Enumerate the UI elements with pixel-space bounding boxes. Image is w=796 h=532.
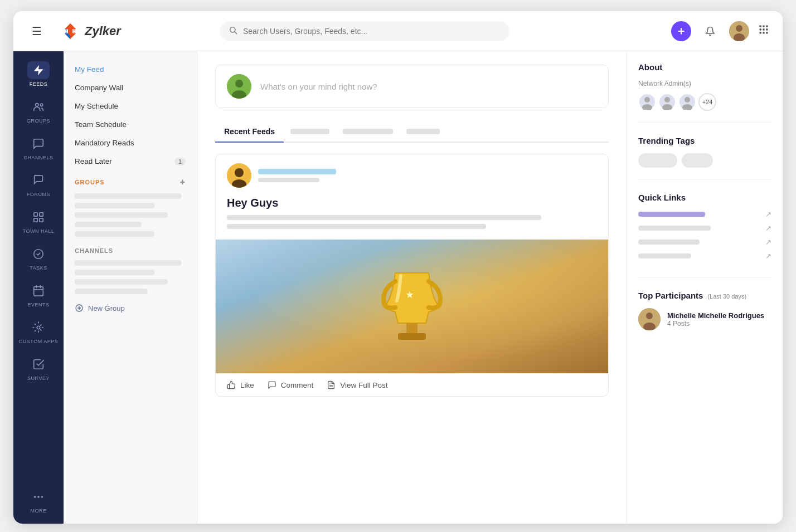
svg-rect-18 [759, 32, 761, 33]
about-title: About [638, 62, 771, 72]
post-composer[interactable]: What's on your mind right now? [215, 65, 609, 108]
quick-link-arrow-2[interactable]: ↗ [765, 224, 771, 232]
nav-item-forums[interactable]: FORUMS [13, 166, 64, 203]
tab-recent-feeds[interactable]: Recent Feeds [215, 121, 284, 143]
participant-avatar [638, 308, 661, 330]
nav-item-channels[interactable]: CHANNELS [13, 129, 64, 166]
admin-extra-count[interactable]: +24 [698, 93, 716, 111]
read-later-badge: 1 [174, 158, 186, 165]
sidebar-item-mandatory-reads[interactable]: Mandatory Reads [64, 134, 197, 152]
sidebar-item-read-later[interactable]: Read Later 1 [64, 152, 197, 170]
channel-item-placeholder-3 [75, 279, 168, 285]
group-item-placeholder-5 [75, 231, 154, 237]
trending-tag-1[interactable] [638, 153, 677, 168]
grid-menu-button[interactable] [758, 24, 769, 38]
post-author-avatar [227, 163, 251, 188]
quick-link-bar-3 [638, 240, 700, 245]
nav-item-survey[interactable]: SURVEY [13, 350, 64, 387]
svg-text:★: ★ [405, 289, 414, 300]
nav-item-townhall[interactable]: TOWN HALL [13, 203, 64, 240]
svg-point-51 [644, 97, 650, 103]
new-group-button[interactable]: New Group [64, 298, 197, 318]
svg-point-35 [37, 496, 40, 498]
svg-point-22 [36, 104, 39, 107]
post-image: ★ [216, 240, 608, 373]
sidebar-item-my-feed[interactable]: My Feed [64, 60, 197, 79]
svg-point-34 [34, 496, 36, 498]
participant-info: Michelle Michelle Rodrigues 4 Posts [667, 311, 764, 328]
svg-rect-16 [763, 28, 764, 30]
comment-button[interactable]: Comment [268, 380, 314, 389]
composer-avatar [227, 74, 251, 99]
groups-section-header: GROUPS + [64, 170, 197, 189]
right-sidebar: About Network Admin(s) +24 Tr [627, 51, 783, 524]
about-section: About Network Admin(s) +24 [638, 62, 771, 123]
quick-link-arrow-3[interactable]: ↗ [765, 238, 771, 246]
tab-placeholder-3 [406, 129, 440, 134]
svg-rect-20 [766, 32, 768, 33]
hamburger-button[interactable]: ☰ [27, 21, 47, 41]
nav-item-feeds[interactable]: FEEDS [13, 56, 64, 92]
participant-name: Michelle Michelle Rodrigues [667, 311, 764, 320]
nav-item-events[interactable]: EVENTS [13, 276, 64, 313]
group-item-placeholder-3 [75, 212, 168, 218]
svg-rect-25 [40, 213, 43, 216]
search-input[interactable] [243, 27, 501, 36]
admin-avatars-container: +24 [638, 93, 771, 111]
svg-point-53 [664, 97, 670, 103]
notifications-button[interactable] [700, 21, 720, 41]
svg-marker-3 [72, 29, 76, 33]
admin-avatar-1[interactable] [638, 93, 656, 111]
svg-rect-27 [40, 218, 43, 222]
nav-item-tasks[interactable]: TASKS [13, 240, 64, 276]
admin-avatar-3[interactable] [678, 93, 696, 111]
view-full-post-button[interactable]: View Full Post [327, 380, 387, 389]
svg-point-33 [37, 326, 40, 329]
svg-rect-29 [34, 287, 43, 296]
post-text-1 [227, 215, 541, 220]
svg-point-56 [682, 104, 692, 110]
zylker-logo-icon [60, 21, 80, 41]
trending-tags-title: Trending Tags [638, 136, 771, 145]
trending-tags-list [638, 153, 771, 168]
svg-rect-15 [759, 28, 761, 30]
top-participants-period: (Last 30 days) [707, 293, 746, 300]
top-participants-header: Top Participants (Last 30 days) [638, 291, 771, 300]
svg-point-41 [235, 80, 243, 87]
participant-posts: 4 Posts [667, 320, 764, 328]
svg-point-54 [662, 104, 672, 110]
like-button[interactable]: Like [227, 380, 254, 389]
icon-nav: FEEDS GROUPS CHANNELS FORUMS [13, 51, 64, 524]
nav-item-custom-apps[interactable]: CUSTOM APPS [13, 313, 64, 350]
app-window: ☰ Zylker [13, 11, 783, 524]
quick-link-arrow-1[interactable]: ↗ [765, 210, 771, 218]
quick-link-item-1: ↗ [638, 210, 771, 218]
quick-link-item-3: ↗ [638, 238, 771, 246]
sidebar-item-my-schedule[interactable]: My Schedule [64, 97, 197, 115]
quick-link-bar-1 [638, 212, 705, 217]
user-avatar[interactable] [729, 21, 749, 41]
quick-link-item-4: ↗ [638, 252, 771, 260]
tab-placeholder-2 [343, 129, 393, 134]
nav-item-more[interactable]: MORE [13, 482, 64, 519]
channel-item-placeholder-4 [75, 289, 148, 294]
svg-line-6 [235, 32, 237, 34]
sidebar-item-team-schedule[interactable]: Team Schedule [64, 115, 197, 134]
trending-tag-2[interactable] [682, 153, 713, 168]
admin-avatar-2[interactable] [658, 93, 676, 111]
add-group-button[interactable]: + [180, 177, 186, 187]
trending-tags-section: Trending Tags [638, 136, 771, 179]
group-item-placeholder-2 [75, 203, 154, 208]
add-button[interactable] [671, 21, 691, 41]
svg-point-52 [642, 104, 652, 110]
quick-link-arrow-4[interactable]: ↗ [765, 252, 771, 260]
nav-item-groups[interactable]: GROUPS [13, 92, 64, 129]
top-participant-item: Michelle Michelle Rodrigues 4 Posts [638, 308, 771, 330]
post-header [216, 154, 608, 192]
tab-placeholder-1 [290, 129, 329, 134]
post-text-2 [227, 224, 486, 229]
main-layout: FEEDS GROUPS CHANNELS FORUMS [13, 51, 783, 524]
sidebar-item-company-wall[interactable]: Company Wall [64, 79, 197, 97]
svg-rect-13 [763, 26, 764, 27]
svg-point-58 [646, 313, 653, 319]
